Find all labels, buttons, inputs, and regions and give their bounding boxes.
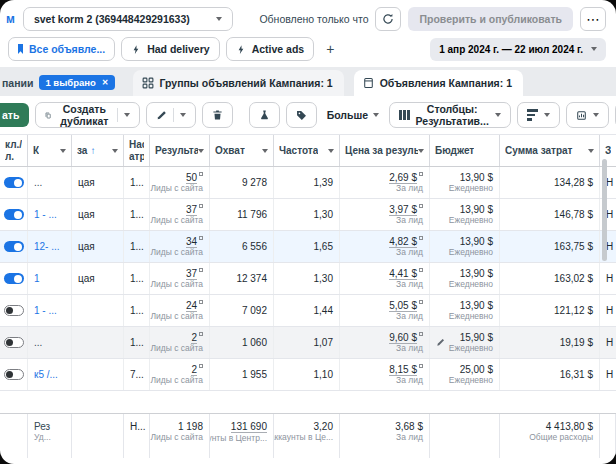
ad-toggle[interactable] <box>4 273 24 284</box>
more-menu-button[interactable]: Больше <box>323 105 383 125</box>
column-header-sorted[interactable]: за↑ <box>72 135 124 166</box>
ad-name-link[interactable]: 1 <box>34 273 65 284</box>
ad-name-cell: ... <box>28 327 72 358</box>
table-body: ...цая1...50Лиды с сайта9 2781,392,69 $З… <box>0 167 616 391</box>
table-row: к5 /...7...2Лиды с сайта1 9551,108,15 $З… <box>0 359 616 391</box>
info-sup-icon <box>199 268 203 272</box>
chevron-down-icon <box>198 149 204 153</box>
table-row: 1 - ...цая1...37Лиды с сайта11 7961,303,… <box>0 199 616 231</box>
spent-cell: 19,19 $ <box>500 327 600 358</box>
budget-label: Ежедневно <box>449 183 493 193</box>
ad-toggle[interactable] <box>4 209 24 220</box>
tab-ads[interactable]: Объявления Кампания: 1 <box>354 70 523 96</box>
ab-test-button[interactable] <box>249 102 280 128</box>
budget-value: 13,90 $ <box>460 300 493 311</box>
attribution-cell: 1... <box>124 167 150 198</box>
duplicate-button[interactable]: Создать дубликат <box>35 102 139 128</box>
more-options-button[interactable]: ⋯ <box>580 7 606 31</box>
spent-cell: 121,12 $ <box>500 295 600 326</box>
column-header-cost-per-result[interactable]: Цена за результат <box>340 135 430 166</box>
copy-icon <box>45 110 51 121</box>
edit-budget-icon[interactable] <box>436 338 445 347</box>
attribution-cell: 1... <box>124 295 150 326</box>
columns-button[interactable]: Столбцы: Результатив... <box>389 102 511 128</box>
filter-tab-had-delivery[interactable]: Had delivery <box>121 37 219 61</box>
budget-value: 13,90 $ <box>460 204 493 215</box>
column-header-attribution[interactable]: Нас атр <box>124 135 150 166</box>
campaign-name-cell: цая <box>72 199 124 230</box>
footer-subtitle: Уд... <box>34 432 65 442</box>
campaigns-tab-label[interactable]: пании <box>2 77 33 89</box>
result-cell: 37Лиды с сайта <box>150 263 210 294</box>
budget-value: 13,90 $ <box>460 172 493 183</box>
close-icon[interactable]: ✕ <box>102 78 109 87</box>
refresh-icon <box>382 13 394 25</box>
column-header-budget[interactable]: Бюджет <box>430 135 500 166</box>
chevron-down-icon <box>588 149 594 153</box>
table-row: 1 - ...1...24Лиды с сайта7 0921,445,05 $… <box>0 295 616 327</box>
column-header-name[interactable]: К <box>28 135 72 166</box>
date-range-selector[interactable]: 1 апр 2024 г. — 22 июл 2024 г. <box>430 38 606 61</box>
delete-button[interactable] <box>202 102 233 128</box>
info-sup-icon <box>419 236 423 240</box>
tab-ad-sets[interactable]: Группы объявлений Кампания: 1 <box>133 70 344 96</box>
columns-label: Столбцы: Результатив... <box>416 103 489 127</box>
refresh-button[interactable] <box>375 7 401 31</box>
filter-tab-active-ads[interactable]: Active ads <box>226 37 315 61</box>
chevron-down-icon <box>60 149 66 153</box>
create-button[interactable]: ать <box>0 103 29 127</box>
flask-icon <box>259 109 270 121</box>
ad-toggle[interactable] <box>4 305 24 316</box>
ad-toggle[interactable] <box>4 369 24 380</box>
toggle-cell <box>0 359 28 390</box>
table-row: ...1...2Лиды с сайта1 0601,079,60 $За ли… <box>0 327 616 359</box>
reach-cell: 7 092 <box>210 295 274 326</box>
ad-name-cell: 1 - ... <box>28 199 72 230</box>
footer-reach-value[interactable]: 131 690 <box>231 421 267 433</box>
ad-name-link: ... <box>34 177 65 188</box>
column-header-reach[interactable]: Охват <box>210 135 274 166</box>
selected-count-badge[interactable]: 1 выбрано ✕ <box>39 75 114 90</box>
spent-cell: 134,28 $ <box>500 167 600 198</box>
result-label: Лиды с сайта <box>150 183 203 193</box>
info-sup-icon <box>419 364 423 368</box>
column-header-frequency[interactable]: Частота <box>274 135 340 166</box>
tag-button[interactable] <box>286 102 317 128</box>
ad-name-link[interactable]: 12- ... <box>34 241 65 252</box>
cpr-label: За лид <box>396 215 423 225</box>
edit-button[interactable] <box>146 102 196 128</box>
result-cell: 24Лиды с сайта <box>150 295 210 326</box>
filter-tab-all-ads[interactable]: Все объявле... <box>8 37 115 61</box>
footer-name2-cell <box>72 414 124 458</box>
attribution-cell: 1... <box>124 199 150 230</box>
level-tabs-bar: пании 1 выбрано ✕ Группы объявлений Камп… <box>0 67 616 96</box>
ad-toggle[interactable] <box>4 177 24 188</box>
ad-name-link[interactable]: к5 /... <box>34 369 65 380</box>
reports-button[interactable] <box>566 102 609 128</box>
duplicate-label: Создать дубликат <box>58 103 111 127</box>
reach-cell: 12 374 <box>210 263 274 294</box>
footer-spent-cell: 4 413,80 $ Общие расходы <box>500 414 600 458</box>
cpr-label: За лид <box>396 311 423 321</box>
vertical-scrollbar[interactable] <box>602 159 607 261</box>
attribution-cell: 1... <box>124 263 150 294</box>
ad-toggle[interactable] <box>4 241 24 252</box>
ad-name-link[interactable]: 1 - ... <box>34 209 65 220</box>
ad-name-link[interactable]: 1 - ... <box>34 305 65 316</box>
column-header-result[interactable]: Результат <box>150 135 210 166</box>
account-selector[interactable]: svet korm 2 (369448429291633) <box>23 7 233 31</box>
ad-name-cell: к5 /... <box>28 359 72 390</box>
cost-per-result-cell: 5,05 $За лид <box>340 295 430 326</box>
chevron-down-icon <box>328 149 334 153</box>
column-header-spent[interactable]: Сумма затрат <box>500 135 600 166</box>
info-sup-icon <box>419 268 423 272</box>
footer-frequency-label: За аккаунты в Це... <box>274 432 333 442</box>
breakdown-button[interactable] <box>517 102 560 128</box>
spent-cell: 146,78 $ <box>500 199 600 230</box>
add-filter-tab-button[interactable]: + <box>320 39 340 59</box>
result-cell: 34Лиды с сайта <box>150 231 210 262</box>
ad-toggle[interactable] <box>4 337 24 348</box>
table-row: ...цая1...50Лиды с сайта9 2781,392,69 $З… <box>0 167 616 199</box>
publish-button[interactable]: Проверить и опубликовать <box>408 7 573 31</box>
column-header-toggle[interactable]: кл./ л. <box>0 135 28 166</box>
